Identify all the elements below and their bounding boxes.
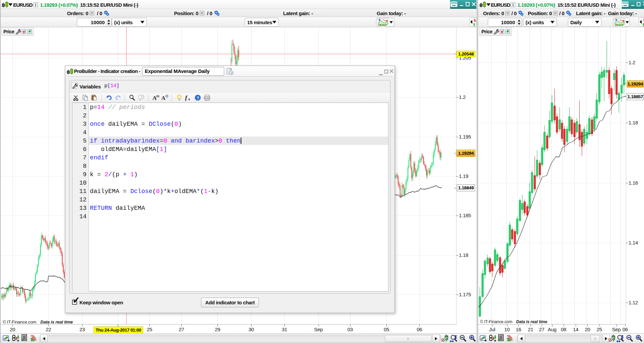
svg-text:x: x xyxy=(188,97,190,101)
svg-text:A: A xyxy=(161,95,166,101)
svg-text:?: ? xyxy=(197,96,199,101)
svg-text:A: A xyxy=(152,95,157,101)
svg-text:?: ? xyxy=(231,71,233,75)
svg-text:f: f xyxy=(185,94,188,101)
